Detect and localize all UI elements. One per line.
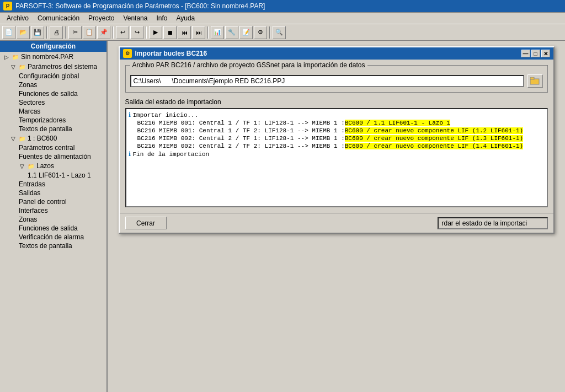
line4-prefix: BC216 MIEMB 002: Central 2 / TF 1: LIF12… [137, 135, 345, 142]
toolbar-save[interactable]: 💾 [31, 26, 44, 39]
toolbar-print[interactable]: 🖨 [50, 26, 63, 39]
minimize-button[interactable]: — [521, 50, 530, 57]
toolbar-undo[interactable]: ↩ [116, 26, 129, 39]
toolbar-sep-4 [146, 26, 147, 39]
file-path-row [130, 74, 543, 88]
toolbar-sep-5 [207, 26, 209, 39]
sidebar-label: Lazos [35, 162, 54, 170]
expand-icon: ▽ [18, 162, 26, 170]
menu-ventana[interactable]: Ventana [119, 13, 152, 23]
sidebar-item-parametros[interactable]: ▽ 📁 Parámetros del sistema [0, 62, 106, 72]
sidebar-label: Parámetros del sistema [26, 63, 97, 71]
dialog-overlay: ⚙ Importar bucles BC216 — □ ✕ Archivo PA… [108, 41, 565, 392]
sidebar-item-fuentes[interactable]: Fuentes de alimentación [0, 152, 106, 161]
toolbar-sep-6 [269, 26, 270, 39]
sidebar-item-zonas-2[interactable]: Zonas [0, 215, 106, 224]
sidebar-item-sin-nombre[interactable]: ▷ 📁 Sin nombre4.PAR [0, 52, 106, 62]
output-label: Salida del estado de importacion [125, 98, 548, 106]
sidebar-item-verificacion[interactable]: Verificación de alarma [0, 233, 106, 241]
import-line-6: ℹ Fin de la importacion [129, 151, 545, 158]
sidebar-item-parametros-central[interactable]: Parámetros central [0, 143, 106, 152]
toolbar-chart[interactable]: 📊 [211, 26, 224, 39]
dialog-title-bar: ⚙ Importar bucles BC216 — □ ✕ [120, 47, 553, 60]
folder-icon: 📁 [11, 52, 20, 61]
sidebar-label: Interfaces [18, 207, 48, 214]
toolbar-prev[interactable]: ⏮ [178, 26, 191, 39]
sidebar-item-textos-pantalla-1[interactable]: Textos de pantalla [0, 125, 106, 133]
toolbar-cut[interactable]: ✂ [68, 26, 82, 39]
sidebar-label: Salidas [18, 189, 40, 197]
sidebar-label: Temporizadores [18, 116, 66, 124]
sidebar-item-funciones-salida[interactable]: Funciones de salida [0, 89, 106, 98]
file-path-input[interactable] [130, 75, 524, 87]
info-icon-1: ℹ [129, 111, 131, 119]
sidebar-item-funciones-salida-2[interactable]: Funciones de salida [0, 224, 106, 233]
toolbar-new[interactable]: 📄 [2, 26, 15, 39]
folder-icon: 📁 [26, 162, 35, 170]
sidebar-label: Sin nombre4.PAR [20, 53, 73, 61]
toolbar-open[interactable]: 📂 [17, 26, 30, 39]
sidebar-item-interfaces[interactable]: Interfaces [0, 206, 106, 215]
sidebar-item-salidas[interactable]: Salidas [0, 189, 106, 197]
sidebar-item-panel-control[interactable]: Panel de control [0, 197, 106, 206]
toolbar-redo[interactable]: ↪ [130, 26, 143, 39]
menu-proyecto[interactable]: Proyecto [84, 13, 119, 23]
sidebar-item-bc600[interactable]: ▽ 📁 1 : BC600 [0, 133, 106, 143]
menu-archivo[interactable]: Archivo [2, 13, 33, 23]
sidebar-item-textos-pantalla-2[interactable]: Textos de pantalla [0, 241, 106, 250]
sidebar-item-entradas[interactable]: Entradas [0, 180, 106, 189]
sidebar-item-lazos[interactable]: ▽ 📁 Lazos [0, 161, 106, 171]
sidebar-header: Configuración [0, 41, 106, 52]
line2-prefix: BC216 MIEMB 001: Central 1 / TF 1: LIF12… [137, 120, 345, 126]
toolbar-play[interactable]: ▶ [149, 26, 162, 39]
main-layout: Configuración ▷ 📁 Sin nombre4.PAR ▽ 📁 Pa… [0, 41, 565, 392]
sidebar-item-marcas[interactable]: Marcas [0, 107, 106, 116]
sidebar: Configuración ▷ 📁 Sin nombre4.PAR ▽ 📁 Pa… [0, 41, 108, 392]
menu-ayuda[interactable]: Ayuda [172, 13, 199, 23]
sidebar-label: Zonas [18, 81, 37, 89]
toolbar-paste[interactable]: 📌 [97, 26, 110, 39]
toolbar-settings[interactable]: 🔧 [225, 26, 238, 39]
import-line-1: ℹ Importar inicio... [129, 111, 545, 119]
toolbar-stop[interactable]: ⏹ [163, 26, 177, 39]
sidebar-label: Sectores [18, 99, 45, 106]
toolbar-sep-3 [113, 26, 114, 39]
browse-button[interactable] [527, 74, 543, 88]
toolbar-sep-2 [65, 26, 66, 39]
dialog-icon: ⚙ [123, 49, 132, 58]
title-bar: P PARSOFT-3: Software de Programación de… [0, 0, 565, 12]
sidebar-item-config-global[interactable]: Configuración global [0, 72, 106, 80]
expand-icon: ▽ [9, 134, 18, 143]
line5-highlight: BC600 / crear nuevo componente LIF (1.4 … [345, 143, 523, 149]
sidebar-label: 1.1 LIF601-1 - Lazo 1 [26, 171, 91, 179]
import-line-2: BC216 MIEMB 001: Central 1 / TF 1: LIF12… [129, 120, 545, 126]
app-icon: P [3, 2, 12, 10]
toolbar-config[interactable]: ⚙ [254, 26, 267, 39]
close-dialog-button[interactable]: Cerrar [125, 217, 167, 229]
toolbar-copy[interactable]: 📋 [83, 26, 96, 39]
close-button[interactable]: ✕ [541, 50, 550, 57]
folder-icon: 📁 [18, 62, 26, 71]
folder-icon: 📁 [18, 134, 26, 143]
menu-comunicacion[interactable]: Comunicación [33, 13, 84, 23]
sidebar-item-sectores[interactable]: Sectores [0, 98, 106, 107]
toolbar-search[interactable]: 🔍 [273, 26, 286, 39]
toolbar-edit[interactable]: 📝 [239, 26, 253, 39]
toolbar-next[interactable]: ⏭ [192, 26, 205, 39]
sidebar-label: Marcas [18, 108, 40, 115]
sidebar-item-zonas[interactable]: Zonas [0, 80, 106, 89]
dialog-title: Importar bucles BC216 [135, 50, 207, 57]
menu-info[interactable]: Info [152, 13, 172, 23]
sidebar-label: Configuración global [18, 72, 79, 80]
import-output-box[interactable]: ℹ Importar inicio... BC216 MIEMB 001: Ce… [125, 108, 548, 207]
sidebar-item-temporizadores[interactable]: Temporizadores [0, 116, 106, 125]
sidebar-label: Textos de pantalla [18, 242, 72, 250]
toolbar-sep-1 [46, 26, 47, 39]
import-output-section: Salida del estado de importacion ℹ Impor… [125, 98, 548, 207]
sidebar-item-lif601[interactable]: 1.1 LIF601-1 - Lazo 1 [0, 171, 106, 180]
folder-browse-icon [530, 77, 540, 85]
maximize-button[interactable]: □ [531, 50, 540, 57]
app-title: PARSOFT-3: Software de Programación de P… [15, 2, 265, 10]
sidebar-label: 1 : BC600 [26, 135, 57, 142]
dialog-footer: Cerrar rdar el estado de la importaci [120, 213, 553, 233]
